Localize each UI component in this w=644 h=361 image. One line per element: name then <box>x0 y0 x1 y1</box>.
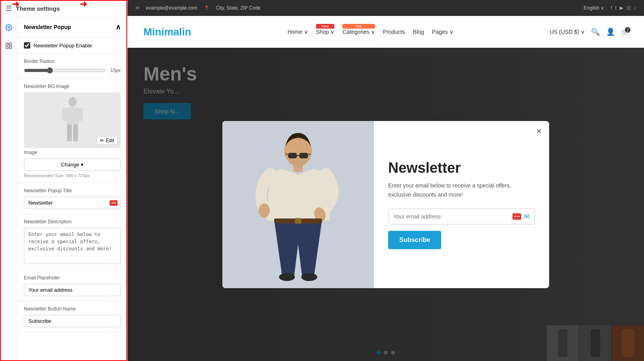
image-text: Image <box>24 150 121 155</box>
top-bar-right: English ∨ f t ▶ ⊡ ♪ <box>584 5 636 11</box>
sidebar-content: Newsletter Popup ∧ Newsletter Popup Enab… <box>0 17 127 361</box>
svg-point-21 <box>279 273 295 281</box>
email-input-row: ✉ <box>388 209 535 224</box>
nav-categories-wrapper: Hot Categories ∨ <box>342 29 375 35</box>
checkbox-section: Newsletter Popup Enable <box>18 37 127 54</box>
rec-size: Recommended Size: 600 x 723px <box>24 173 121 178</box>
button-name-section: Newsletter Button Name <box>18 301 127 332</box>
svg-rect-2 <box>9 43 11 45</box>
search-icon[interactable]: 🔍 <box>591 27 600 36</box>
newsletter-modal: Newsletter Enter your email below to rec… <box>222 121 549 288</box>
popup-title-wrapper <box>24 197 121 209</box>
modal-image <box>222 121 374 288</box>
title-input-icon <box>110 200 118 206</box>
popup-title-label: Newsletter Popup Title <box>24 188 121 193</box>
modal-close-btn[interactable]: ✕ <box>533 126 544 137</box>
logo[interactable]: Minimalin <box>143 26 191 38</box>
bg-image-section: Newsletter BG Image ✏ Edit <box>18 79 127 183</box>
description-textarea[interactable]: Enter your email below to receive a spec… <box>24 228 121 263</box>
sidebar-panel-col: Newsletter Popup ∧ Newsletter Popup Enab… <box>18 17 127 361</box>
sidebar-icon-col <box>0 17 18 361</box>
language-selector[interactable]: English ∨ <box>584 5 605 11</box>
bg-image-label: Newsletter BG Image <box>24 84 121 89</box>
facebook-icon[interactable]: f <box>611 5 612 11</box>
nav-home[interactable]: Home ∨ <box>287 29 308 35</box>
border-radius-value: 15px <box>109 68 121 73</box>
nav-shop[interactable]: Shop ∨ <box>316 29 335 35</box>
nav-pages[interactable]: Pages ∨ <box>432 29 454 35</box>
popup-title-input[interactable] <box>24 197 121 209</box>
top-bar: ✉ example@example.com 📍 City, State, ZIP… <box>128 0 644 16</box>
nav-right: US (USD $) ∨ 🔍 👤 🛒2 <box>550 27 628 36</box>
svg-rect-10 <box>73 124 78 141</box>
panel-header: Newsletter Popup ∧ <box>18 17 127 37</box>
youtube-icon[interactable]: ▶ <box>620 5 623 11</box>
svg-point-28 <box>290 160 306 166</box>
svg-rect-23 <box>288 153 297 158</box>
border-radius-section: Border Radius 15px <box>18 54 127 79</box>
edit-label: Edit <box>106 138 114 143</box>
svg-point-0 <box>8 27 10 29</box>
cart-icon[interactable]: 🛒2 <box>621 29 628 35</box>
email-placeholder-input[interactable] <box>24 284 121 296</box>
twitter-icon[interactable]: t <box>615 5 617 11</box>
edit-image-btn[interactable]: ✏ Edit <box>96 136 118 145</box>
modal-overlay[interactable]: Newsletter Enter your email below to rec… <box>128 48 644 361</box>
pencil-icon: ✏ <box>100 138 104 143</box>
svg-rect-8 <box>78 108 82 121</box>
change-label: Change <box>61 162 79 168</box>
description-label: Newsletter Description <box>24 219 121 224</box>
sidebar: ☰ Theme settings ➜ ➜ <box>0 0 128 361</box>
email-placeholder-section: Email Placeholer <box>18 270 127 301</box>
topbar-location: City, State, ZIP Code <box>216 5 261 11</box>
dot-a <box>514 216 516 217</box>
logo-part2: in <box>182 26 191 38</box>
nav-products[interactable]: Products <box>383 29 405 35</box>
main-area: ✉ example@example.com 📍 City, State, ZIP… <box>128 0 644 361</box>
grid-icon-btn[interactable] <box>2 39 15 52</box>
dot-b <box>516 216 518 217</box>
svg-rect-20 <box>295 218 301 224</box>
nav-blog[interactable]: Blog <box>413 29 424 35</box>
logo-part1: Minimal <box>143 26 182 38</box>
svg-line-26 <box>285 154 288 154</box>
modal-email-input[interactable] <box>393 213 509 220</box>
menu-icon[interactable]: ☰ <box>6 4 12 13</box>
svg-line-27 <box>308 154 311 154</box>
email-icons: ✉ <box>512 212 530 221</box>
email-dots-icon <box>512 213 521 220</box>
currency-selector[interactable]: US (USD $) ∨ <box>550 29 585 35</box>
hot-badge: Hot <box>342 24 375 29</box>
svg-rect-7 <box>62 108 67 121</box>
location-icon: 📍 <box>204 5 210 11</box>
enable-checkbox[interactable] <box>24 42 30 49</box>
cart-count: 2 <box>625 27 630 33</box>
settings-icon-btn[interactable] <box>2 21 15 34</box>
instagram-icon[interactable]: ⊡ <box>626 5 630 11</box>
modal-title: Newsletter <box>388 160 535 176</box>
svg-rect-6 <box>66 107 79 124</box>
svg-rect-9 <box>67 124 72 141</box>
button-name-label: Newsletter Button Name <box>24 306 121 312</box>
panel-title: Newsletter Popup <box>24 24 71 30</box>
panel-collapse-btn[interactable]: ∧ <box>116 23 121 31</box>
border-radius-slider[interactable] <box>24 67 106 74</box>
nav-bar: Minimalin Home ∨ New Shop ∨ Hot Categori… <box>128 16 644 48</box>
subscribe-label: Subscribe <box>399 236 430 243</box>
image-preview: ✏ Edit <box>24 92 121 148</box>
border-radius-label: Border Radius <box>24 59 121 64</box>
user-icon[interactable]: 👤 <box>606 27 615 36</box>
website-content: Men's Elevate Yo... Shop N... <box>128 48 644 361</box>
svg-rect-24 <box>299 153 308 158</box>
subscribe-btn[interactable]: Subscribe <box>388 231 441 249</box>
svg-rect-1 <box>6 43 8 45</box>
svg-point-22 <box>301 273 317 281</box>
change-btn[interactable]: Change ▾ <box>24 158 121 171</box>
enable-checkbox-label[interactable]: Newsletter Popup Enable <box>24 42 121 49</box>
nav-links: Home ∨ New Shop ∨ Hot Categories ∨ Produ… <box>287 29 453 35</box>
tiktok-icon[interactable]: ♪ <box>634 5 636 11</box>
nav-shop-wrapper: New Shop ∨ <box>316 29 335 35</box>
button-name-input[interactable] <box>24 315 121 327</box>
sidebar-title: Theme settings <box>16 5 60 12</box>
nav-categories[interactable]: Categories ∨ <box>342 29 375 35</box>
